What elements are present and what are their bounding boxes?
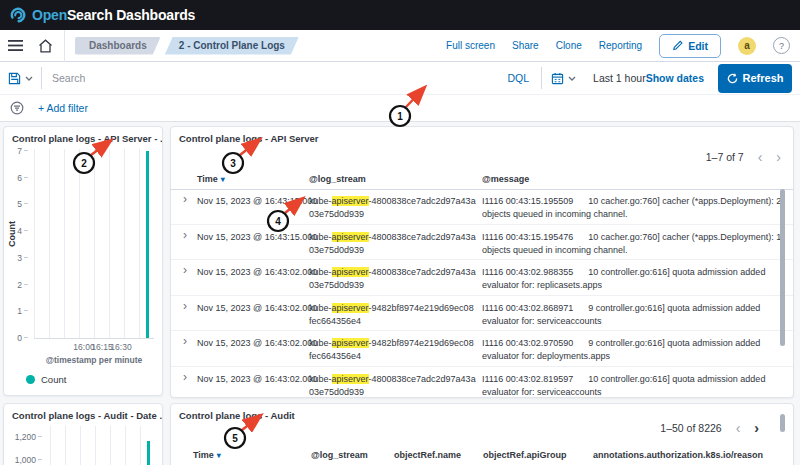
- expand-row-icon[interactable]: ›: [183, 230, 187, 241]
- time-range-value[interactable]: Last 1 hour: [593, 72, 646, 84]
- query-bar: DQL Last 1 hour Show dates Refresh: [0, 62, 800, 95]
- cell-time: Nov 15, 2023 @ 16:43:02.000: [197, 373, 317, 386]
- column-header-time[interactable]: Time▾: [197, 174, 225, 184]
- expand-row-icon[interactable]: ›: [183, 265, 187, 276]
- pagination-next-icon[interactable]: ›: [776, 152, 781, 162]
- sort-desc-icon: ▾: [221, 175, 225, 184]
- column-header-log-stream[interactable]: @log_stream: [309, 174, 366, 184]
- log-stream-highlight: apiserver: [332, 232, 369, 242]
- home-icon[interactable]: [30, 30, 60, 62]
- column-header-time[interactable]: Time▾: [193, 450, 221, 460]
- column-header-message[interactable]: @message: [482, 174, 529, 184]
- panel-api-server-chart: Control plane logs - API Server - ... Co…: [3, 126, 163, 396]
- audit-chart-title[interactable]: Control plane logs - Audit - Date ...: [12, 410, 163, 421]
- log-stream-highlight: apiserver: [332, 374, 369, 384]
- y-axis-tick: 6: [10, 173, 28, 183]
- full-screen-link[interactable]: Full screen: [446, 40, 495, 51]
- save-icon: [8, 72, 21, 85]
- y-axis-tick: 0: [10, 333, 28, 343]
- refresh-button[interactable]: Refresh: [718, 64, 792, 93]
- table-row[interactable]: ›Nov 15, 2023 @ 16:43:15.000kube-apiserv…: [171, 189, 793, 225]
- table-row[interactable]: ›Nov 15, 2023 @ 16:43:02.000kube-apiserv…: [171, 367, 793, 399]
- cell-message: I1116 00:43:15.195476 10 cacher.go:760] …: [482, 231, 784, 257]
- table-row[interactable]: ›Nov 15, 2023 @ 16:43:02.000kube-apiserv…: [171, 260, 793, 296]
- show-dates-link[interactable]: Show dates: [646, 72, 704, 84]
- chevron-down-icon: [568, 76, 576, 81]
- share-link[interactable]: Share: [512, 40, 539, 51]
- panel-audit-chart: Control plane logs - Audit - Date ... 1,…: [3, 403, 163, 465]
- api-table-rows: ›Nov 15, 2023 @ 16:43:15.000kube-apiserv…: [171, 189, 793, 398]
- table-row[interactable]: ›Nov 15, 2023 @ 16:43:15.000kube-apiserv…: [171, 225, 793, 261]
- chart-bar[interactable]: [146, 151, 149, 338]
- table-row[interactable]: ›Nov 15, 2023 @ 16:43:02.000kube-apiserv…: [171, 331, 793, 367]
- pagination-next-icon[interactable]: ›: [754, 423, 759, 433]
- y-axis-tick: 5: [10, 199, 28, 209]
- legend-dot: [26, 375, 35, 384]
- cell-message: I1116 00:43:02.868971 9 controller.go:61…: [482, 302, 784, 328]
- api-chart-title[interactable]: Control plane logs - API Server - ...: [12, 133, 163, 144]
- filter-bar: + Add filter: [0, 95, 800, 122]
- add-filter-link[interactable]: + Add filter: [38, 102, 88, 114]
- audit-table-title[interactable]: Control plane logs - Audit: [179, 410, 295, 421]
- breadcrumb-current-dashboard: 2 - Control Plane Logs: [165, 37, 299, 55]
- column-header-log-stream[interactable]: @log_stream: [311, 450, 368, 460]
- expand-row-icon[interactable]: ›: [183, 194, 187, 205]
- reporting-link[interactable]: Reporting: [599, 40, 642, 51]
- y-axis-tick: 4: [10, 226, 28, 236]
- app-header: OpenSearch Dashboards: [0, 0, 800, 30]
- cell-log-stream: kube-apiserver-4800838ce7adc2d97a43a03e7…: [309, 266, 476, 292]
- vertical-scrollbar[interactable]: [780, 189, 785, 346]
- edit-button[interactable]: Edit: [659, 34, 721, 58]
- cell-time: Nov 15, 2023 @ 16:43:15.000: [197, 195, 317, 208]
- audit-chart-plot[interactable]: [50, 426, 154, 465]
- dql-button[interactable]: DQL: [508, 72, 530, 84]
- cell-time: Nov 15, 2023 @ 16:43:02.000: [197, 337, 317, 350]
- log-stream-highlight: apiserver: [332, 338, 369, 348]
- clone-link[interactable]: Clone: [556, 40, 582, 51]
- log-stream-highlight: apiserver: [332, 267, 369, 277]
- column-header-annotations-reason[interactable]: annotations.authorization.k8s.io/reason: [593, 450, 763, 460]
- opensearch-logo[interactable]: OpenSearch Dashboards: [10, 7, 195, 23]
- breadcrumb: Dashboards 2 - Control Plane Logs: [75, 37, 299, 55]
- search-input[interactable]: [42, 72, 496, 84]
- api-chart-plot[interactable]: [34, 149, 154, 339]
- table-row[interactable]: ›Nov 15, 2023 @ 16:43:02.000kube-apiserv…: [171, 296, 793, 332]
- x-axis-label: @timestamp per minute: [34, 355, 154, 365]
- pagination-prev-icon[interactable]: ‹: [758, 152, 763, 162]
- menu-hamburger-icon[interactable]: [0, 30, 30, 62]
- help-icon[interactable]: ?: [773, 37, 790, 54]
- filter-icon[interactable]: [10, 101, 24, 115]
- calendar-icon: [551, 72, 564, 85]
- cell-message: I1116 00:43:02.819597 10 controller.go:6…: [482, 373, 784, 399]
- cell-log-stream: kube-apiserver-4800838ce7adc2d97a43a03e7…: [309, 195, 476, 221]
- user-avatar[interactable]: a: [738, 37, 756, 55]
- expand-row-icon[interactable]: ›: [183, 301, 187, 312]
- y-axis-tick: 1,200: [14, 432, 42, 442]
- date-picker-button[interactable]: [542, 72, 585, 85]
- cell-log-stream: kube-apiserver-9482bf8974e219d69ec08fec6…: [309, 337, 476, 363]
- log-stream-highlight: apiserver: [332, 196, 369, 206]
- y-axis-tick: 3: [10, 253, 28, 263]
- cell-log-stream: kube-apiserver-4800838ce7adc2d97a43a03e7…: [309, 373, 476, 399]
- cell-log-stream: kube-apiserver-4800838ce7adc2d97a43a03e7…: [309, 231, 476, 257]
- pagination-prev-icon[interactable]: ‹: [736, 423, 741, 433]
- pagination-range: 1–50 of 8226: [660, 422, 721, 434]
- brand-title: OpenSearch Dashboards: [32, 7, 195, 23]
- vertical-scrollbar[interactable]: [780, 414, 785, 432]
- chart-bar[interactable]: [147, 441, 150, 465]
- opensearch-logo-icon: [10, 7, 26, 23]
- expand-row-icon[interactable]: ›: [183, 336, 187, 347]
- column-header-objectref-apigroup[interactable]: objectRef.apiGroup: [483, 450, 567, 460]
- column-header-objectref-name[interactable]: objectRef.name: [394, 450, 461, 460]
- log-stream-highlight: apiserver: [332, 303, 369, 313]
- expand-row-icon[interactable]: ›: [183, 372, 187, 383]
- cell-message: I1116 00:43:02.988355 10 controller.go:6…: [482, 266, 784, 292]
- api-table-title[interactable]: Control plane logs - API Server: [179, 133, 319, 144]
- y-axis-tick: 7: [10, 146, 28, 156]
- x-axis-tick: 16:30: [106, 342, 136, 352]
- panel-audit-table: Control plane logs - Audit 1–50 of 8226 …: [170, 403, 794, 465]
- saved-query-menu-button[interactable]: [0, 72, 41, 85]
- breadcrumb-dashboards[interactable]: Dashboards: [75, 37, 161, 55]
- divider: [64, 30, 65, 62]
- legend-label[interactable]: Count: [41, 374, 66, 385]
